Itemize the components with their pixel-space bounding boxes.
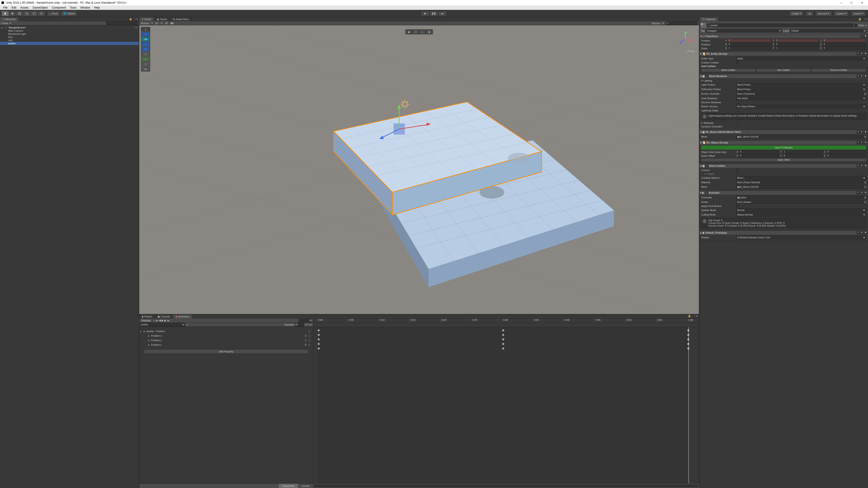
keyframe[interactable] — [687, 338, 689, 341]
apply-root-motion-checkbox[interactable] — [736, 205, 739, 207]
menu-assets[interactable]: Assets — [19, 6, 30, 10]
component-help-icon[interactable]: ? — [857, 52, 860, 55]
pb-btn-on[interactable]: ON — [141, 37, 150, 41]
account-dropdown[interactable]: Account ▾ — [815, 11, 832, 16]
component-header[interactable]: ▾ ▶ ✓ Animator ?↻⚙ — [700, 191, 868, 195]
play-anim-button[interactable]: ▶ — [162, 319, 163, 322]
rect-tool[interactable] — [31, 11, 38, 16]
object-picker-icon[interactable]: ⊙ — [864, 135, 866, 138]
gizmos-dropdown[interactable]: Gizmos — [652, 22, 660, 25]
curves-tab[interactable]: Curves — [298, 484, 313, 488]
keyframe-nav[interactable]: ◇ — [308, 330, 311, 333]
project-tab[interactable]: ▮ Project — [139, 315, 155, 319]
hierarchy-search[interactable] — [106, 22, 138, 25]
hierarchy-item[interactable]: coin — [0, 39, 139, 42]
pause-button[interactable]: ❚❚ — [430, 11, 438, 16]
add-property-button[interactable]: Add Property — [144, 349, 309, 354]
next-frame-button[interactable]: ▶ — [164, 319, 166, 322]
hierarchy-item[interactable]: Main Camera — [0, 29, 139, 32]
receive-shadows-checkbox[interactable]: ✓ — [736, 101, 739, 104]
scene-tab[interactable]: # Scene — [139, 17, 154, 21]
keyframe[interactable] — [687, 329, 689, 332]
cloud-button[interactable]: ☁ — [806, 11, 813, 16]
physic-material-field[interactable]: None (Physic Material) — [736, 181, 863, 184]
avatar-field[interactable]: None (Avatar) — [736, 200, 863, 204]
first-frame-button[interactable]: ⏮ — [156, 319, 158, 322]
samples-field[interactable] — [295, 323, 304, 326]
2d-toggle[interactable]: 2D — [155, 22, 158, 25]
menu-window[interactable]: Window — [79, 6, 92, 10]
lighting-toggle[interactable]: ☀ — [160, 22, 163, 25]
component-reset-icon[interactable]: ↻ — [860, 164, 864, 167]
minimize-button[interactable]: — — [836, 0, 846, 5]
maximize-button[interactable]: ☐ — [846, 0, 857, 5]
scale-z[interactable]: 1 — [823, 46, 866, 50]
rot-x[interactable]: 0 — [728, 43, 771, 46]
hierarchy-item-selected[interactable]: pusher — [0, 42, 139, 45]
component-reset-icon[interactable]: ↻ — [860, 231, 864, 234]
pb-btn-edge[interactable]: ▢ — [141, 47, 150, 52]
pb-btn-1[interactable]: 1 — [141, 27, 150, 32]
object-picker-icon[interactable]: ⊙ — [864, 186, 866, 188]
component-settings-icon[interactable]: ⚙ — [864, 141, 867, 144]
static-checkbox[interactable] — [855, 24, 857, 27]
component-enabled-checkbox[interactable]: ✓ — [706, 75, 708, 77]
collider-mesh-field[interactable]: ▦ pb_Mesh-318140 — [736, 185, 863, 189]
overlay-btn-3[interactable]: ▷ — [419, 30, 426, 34]
scene-root[interactable]: ⬛ SampleScene*⋮≡ — [0, 26, 139, 29]
culling-mode-dropdown[interactable]: Always Animate — [736, 213, 866, 217]
component-settings-icon[interactable]: ⚙ — [864, 130, 867, 133]
gameobject-active-checkbox[interactable]: ✓ — [707, 24, 710, 27]
tag-dropdown[interactable]: Untagged — [706, 29, 782, 33]
reflection-probes-dropdown[interactable]: Blend Probes — [736, 88, 866, 91]
object-picker-icon[interactable]: ⊙ — [864, 92, 866, 95]
object-picker-icon[interactable]: ⊙ — [864, 196, 866, 199]
pos-y[interactable]: 1 — [775, 39, 819, 42]
component-settings-icon[interactable]: ⚙ — [864, 191, 867, 194]
inspector-tab[interactable]: ⓘ Inspector — [700, 17, 719, 21]
keyframe[interactable] — [687, 334, 689, 336]
object-picker-icon[interactable]: ⊙ — [864, 201, 866, 203]
component-help-icon[interactable]: ? — [857, 130, 860, 133]
box-collider-button[interactable]: Box Collider — [756, 68, 811, 72]
console-tab[interactable]: ▣ Console — [155, 315, 173, 319]
component-help-icon[interactable]: ? — [857, 231, 860, 234]
component-header[interactable]: ▾ ▦ Pb_Mesh-318140 (Mesh Filter) ?↻⚙ — [700, 130, 868, 134]
component-help-icon[interactable]: ? — [860, 35, 864, 38]
layers-dropdown[interactable]: Layers ▾ — [834, 11, 849, 16]
shading-mode[interactable]: Shaded — [141, 22, 149, 25]
apply-offset-button[interactable]: Apply Offset — [701, 158, 866, 162]
component-reset-icon[interactable]: ↻ — [860, 130, 864, 133]
last-frame-button[interactable]: ⏭ — [167, 319, 169, 322]
offset-z[interactable]: 0 — [827, 154, 866, 158]
hierarchy-create[interactable]: Create — [1, 22, 8, 25]
component-settings-icon[interactable]: ⚙ — [864, 164, 867, 167]
hierarchy-tab[interactable]: ≡ Hierarchy — [0, 17, 19, 21]
pb-btn-3d[interactable]: 3D — [141, 67, 150, 71]
component-reset-icon[interactable]: ↻ — [860, 74, 864, 78]
pos-x[interactable]: 0 — [728, 39, 771, 42]
keyframe-nav[interactable]: ◇ — [308, 334, 311, 337]
component-enabled-checkbox[interactable]: ✓ — [706, 164, 708, 167]
menu-gameobject[interactable]: GameObject — [31, 6, 50, 10]
pb-btn-x[interactable]: X — [141, 52, 150, 57]
entity-type-dropdown[interactable]: Detail — [736, 57, 866, 60]
move-tool[interactable] — [9, 11, 16, 16]
update-mode-dropdown[interactable]: Normal — [736, 208, 866, 212]
hierarchy-menu-icon[interactable]: ⋮≡ — [133, 18, 139, 21]
scale-tool[interactable] — [23, 11, 31, 16]
component-header[interactable]: ▾ ▦ ✓ Mesh Collider ?↻⚙ — [700, 164, 868, 168]
controller-field[interactable]: ▦ pusher — [736, 196, 863, 199]
panel-menu-icon[interactable]: ⋮≡ — [692, 315, 699, 318]
prev-frame-button[interactable]: ◀ — [159, 319, 161, 322]
scene-viewport[interactable] — [139, 25, 699, 314]
animation-tab[interactable]: ◆ Animation — [173, 315, 192, 319]
keyframe-nav[interactable]: ◇ — [308, 344, 311, 346]
keyframe[interactable] — [687, 347, 689, 350]
property-row[interactable]: ▸Position.z 6 ◇ — [139, 343, 313, 347]
asset-store-tab[interactable]: 🛍 Asset Store — [170, 17, 192, 21]
light-probes-dropdown[interactable]: Blend Probes — [736, 83, 866, 87]
property-root[interactable]: ▸ pusher : Position ◇ — [139, 329, 313, 333]
keyframe-nav[interactable]: ◇ — [308, 339, 311, 342]
keyframe[interactable] — [687, 343, 689, 345]
